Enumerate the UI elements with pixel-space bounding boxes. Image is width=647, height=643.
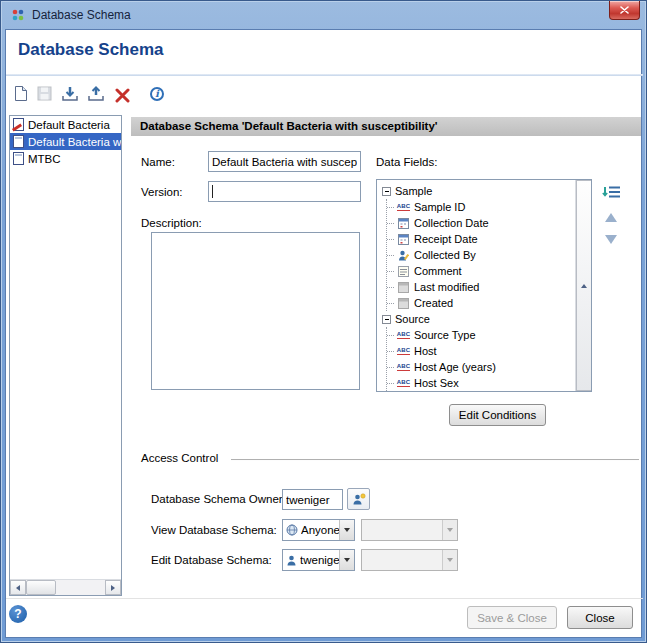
right-arrow-icon (111, 585, 115, 591)
footer-divider (6, 598, 643, 599)
owner-label: Database Schema Owner: (151, 493, 286, 505)
tree-item-label: Host Sex (414, 377, 459, 389)
data-fields-tree: Sample Sample ID Collection Date Receipt… (376, 179, 592, 392)
tree-item-source-type[interactable]: Source Type (387, 327, 574, 343)
tree-connector (387, 383, 394, 384)
date-field-icon (396, 218, 411, 229)
dropdown-arrow-button (442, 550, 457, 570)
tree-item-label: Collection Date (414, 217, 489, 229)
scrollbar-track[interactable] (26, 580, 105, 595)
export-button[interactable] (85, 83, 107, 105)
list-item-label: Default Bacteria with susceptibility (28, 136, 121, 148)
tree-vertical-scrollbar[interactable] (575, 180, 591, 391)
scroll-up-button[interactable] (576, 180, 592, 391)
move-field-down-button[interactable] (603, 231, 619, 247)
down-arrow-icon (605, 235, 617, 244)
tree-item-collected-by[interactable]: Collected By (387, 247, 574, 263)
close-window-button[interactable] (609, 1, 640, 20)
tree-group-label: Sample (395, 185, 432, 197)
tree-item-host[interactable]: Host (387, 343, 574, 359)
tree-connector (387, 303, 394, 304)
view-schema-dropdown[interactable]: Anyone (282, 519, 355, 541)
tree-connector (387, 367, 394, 368)
tree-connector (387, 207, 394, 208)
auto-field-icon (396, 298, 411, 309)
tree-group-source[interactable]: Source (380, 311, 574, 327)
dropdown-value: tweniger (300, 554, 339, 566)
import-button[interactable] (59, 83, 81, 105)
list-item-default-bacteria-susceptibility[interactable]: Default Bacteria with susceptibility (10, 133, 121, 150)
tree-item-host-age[interactable]: Host Age (years) (387, 359, 574, 375)
tree-item-collection-date[interactable]: Collection Date (387, 215, 574, 231)
scroll-down-button[interactable] (576, 391, 592, 392)
user-select-icon (352, 493, 366, 505)
text-field-icon (396, 346, 411, 357)
access-control-divider (231, 459, 639, 461)
chevron-down-icon (344, 528, 350, 532)
version-input[interactable] (208, 181, 361, 202)
tree-connector (387, 255, 394, 256)
chevron-down-icon (344, 558, 350, 562)
tree-connector (387, 239, 394, 240)
field-list-icon (602, 185, 621, 199)
export-icon (86, 86, 106, 103)
field-conditions-button[interactable] (601, 184, 621, 200)
left-arrow-icon (16, 585, 20, 591)
page-title: Database Schema (18, 40, 164, 60)
tree-item-comment[interactable]: Comment (387, 263, 574, 279)
name-input[interactable] (208, 151, 361, 172)
save-button (33, 82, 55, 104)
tree-item-created[interactable]: Created (387, 295, 574, 311)
tree-item-label: Collected By (414, 249, 476, 261)
database-schema-window: Database Schema Database Schema Default … (0, 0, 647, 643)
list-item-mtbc[interactable]: MTBC (10, 150, 121, 167)
new-schema-button[interactable] (9, 82, 31, 104)
dropdown-arrow-button[interactable] (339, 550, 354, 570)
owner-input[interactable] (282, 489, 343, 510)
tree-connector (387, 351, 394, 352)
memo-field-icon (396, 266, 411, 277)
chevron-down-icon (447, 558, 453, 562)
list-item-default-bacteria[interactable]: Default Bacteria (10, 116, 121, 133)
view-schema-label: View Database Schema: (151, 524, 277, 536)
collapse-minus-icon[interactable] (382, 315, 391, 324)
save-floppy-icon (36, 85, 53, 102)
tree-item-last-modified[interactable]: Last modified (387, 279, 574, 295)
scroll-left-button[interactable] (10, 580, 26, 595)
save-and-close-button: Save & Close (467, 606, 557, 629)
edit-schema-dropdown[interactable]: tweniger (282, 549, 355, 571)
tree-children-sample: Sample ID Collection Date Receipt Date C… (386, 199, 574, 311)
auto-field-icon (396, 282, 411, 293)
version-label: Version: (141, 186, 183, 198)
dropdown-arrow-button[interactable] (339, 520, 354, 540)
delete-button[interactable] (111, 84, 133, 106)
info-button[interactable] (146, 83, 168, 105)
scroll-right-button[interactable] (105, 580, 121, 595)
edit-conditions-button[interactable]: Edit Conditions (449, 404, 546, 426)
tree-group-sample[interactable]: Sample (380, 183, 574, 199)
dropdown-arrow-button (442, 520, 457, 540)
list-item-label: Default Bacteria (28, 119, 110, 131)
schema-list: Default Bacteria Default Bacteria with s… (9, 115, 122, 596)
description-textarea[interactable] (151, 232, 360, 390)
move-field-up-button[interactable] (603, 209, 619, 225)
text-caret (212, 185, 213, 198)
anyone-globe-icon (286, 524, 298, 536)
titlebar[interactable]: Database Schema (1, 1, 646, 29)
info-icon (150, 87, 164, 101)
new-document-icon (12, 85, 29, 102)
header-divider (6, 74, 643, 76)
tree-item-sample-id[interactable]: Sample ID (387, 199, 574, 215)
choose-owner-button[interactable] (347, 488, 370, 510)
collapse-minus-icon[interactable] (382, 187, 391, 196)
text-field-icon (396, 378, 411, 389)
tree-item-host-sex[interactable]: Host Sex (387, 375, 574, 391)
dropdown-value: Anyone (301, 524, 339, 536)
scrollbar-thumb[interactable] (26, 580, 56, 595)
data-fields-label: Data Fields: (376, 156, 437, 168)
tree-item-receipt-date[interactable]: Receipt Date (387, 231, 574, 247)
close-button[interactable]: Close (567, 606, 633, 629)
help-icon[interactable] (9, 605, 27, 623)
list-horizontal-scrollbar[interactable] (10, 579, 121, 595)
text-field-icon (396, 362, 411, 373)
